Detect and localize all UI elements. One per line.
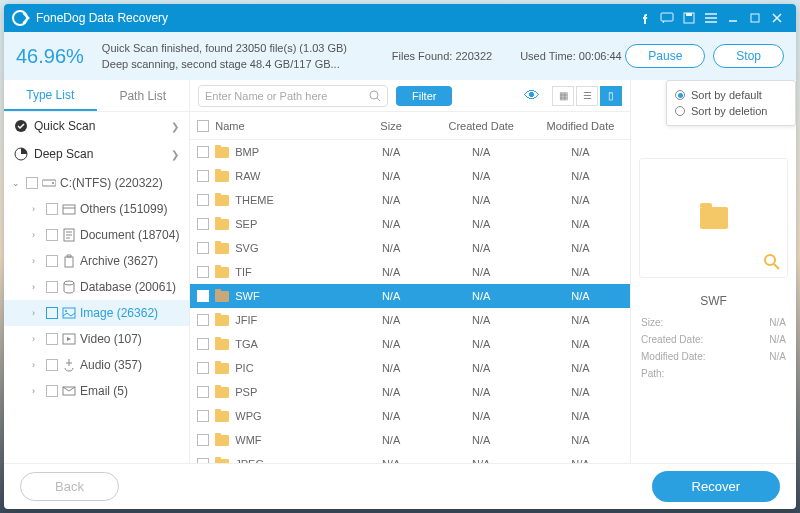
table-row[interactable]: WPG N/A N/A N/A — [190, 404, 630, 428]
checkbox[interactable] — [197, 218, 209, 230]
app-logo-icon — [12, 10, 28, 26]
checkbox-all[interactable] — [197, 120, 209, 132]
row-name: SWF — [235, 290, 259, 302]
checkbox[interactable] — [197, 314, 209, 326]
checkbox[interactable] — [197, 458, 209, 463]
tree-item[interactable]: › Email (5) — [4, 378, 189, 404]
tree-item[interactable]: › Archive (3627) — [4, 248, 189, 274]
view-list-icon[interactable]: ☰ — [576, 86, 598, 106]
checkbox[interactable] — [197, 386, 209, 398]
checkbox[interactable] — [197, 410, 209, 422]
checkbox[interactable] — [46, 255, 58, 267]
tree-item[interactable]: › Image (26362) — [4, 300, 189, 326]
table-row[interactable]: THEME N/A N/A N/A — [190, 188, 630, 212]
feedback-icon[interactable] — [656, 7, 678, 29]
table-row[interactable]: SVG N/A N/A N/A — [190, 236, 630, 260]
view-grid-icon[interactable]: ▦ — [552, 86, 574, 106]
search-input[interactable]: Enter Name or Path here — [198, 85, 388, 107]
sort-by-deletion[interactable]: Sort by deletion — [675, 103, 787, 119]
row-name: TIF — [235, 266, 252, 278]
tree-item[interactable]: › Video (107) — [4, 326, 189, 352]
tab-path-list[interactable]: Path List — [97, 80, 190, 111]
table-row[interactable]: PSP N/A N/A N/A — [190, 380, 630, 404]
tree-item-label: Document (18704) — [80, 228, 179, 242]
tree-item-label: Others (151099) — [80, 202, 167, 216]
recover-button[interactable]: Recover — [652, 471, 780, 502]
svg-point-7 — [52, 182, 54, 184]
table-row[interactable]: SEP N/A N/A N/A — [190, 212, 630, 236]
checkbox[interactable] — [46, 229, 58, 241]
checkbox[interactable] — [26, 177, 38, 189]
expand-icon[interactable]: › — [32, 204, 42, 214]
checkbox[interactable] — [197, 290, 209, 302]
filter-button[interactable]: Filter — [396, 86, 452, 106]
checkbox[interactable] — [197, 170, 209, 182]
folder-icon — [215, 459, 229, 464]
table-row[interactable]: TGA N/A N/A N/A — [190, 332, 630, 356]
table-row[interactable]: RAW N/A N/A N/A — [190, 164, 630, 188]
back-button[interactable]: Back — [20, 472, 119, 501]
checkbox[interactable] — [46, 385, 58, 397]
checkbox[interactable] — [46, 333, 58, 345]
checkbox[interactable] — [197, 338, 209, 350]
sort-popup: Sort by default Sort by deletion — [666, 80, 796, 126]
table-row[interactable]: BMP N/A N/A N/A — [190, 140, 630, 164]
close-icon[interactable] — [766, 7, 788, 29]
tree-item[interactable]: › Audio (357) — [4, 352, 189, 378]
row-name: TGA — [235, 338, 258, 350]
deep-scan-item[interactable]: Deep Scan ❯ — [4, 140, 189, 168]
tab-type-list[interactable]: Type List — [4, 80, 97, 111]
tree-drive[interactable]: ⌄ C:(NTFS) (220322) — [4, 170, 189, 196]
maximize-icon[interactable] — [744, 7, 766, 29]
col-name[interactable]: Name — [215, 120, 350, 132]
checkbox[interactable] — [46, 203, 58, 215]
table-row[interactable]: WMF N/A N/A N/A — [190, 428, 630, 452]
checkbox[interactable] — [197, 194, 209, 206]
table-row[interactable]: JPEG N/A N/A N/A — [190, 452, 630, 463]
magnify-icon[interactable] — [763, 253, 781, 271]
expand-icon[interactable]: › — [32, 334, 42, 344]
expand-icon[interactable]: › — [32, 360, 42, 370]
tree-item-label: Email (5) — [80, 384, 128, 398]
row-created: N/A — [432, 290, 531, 302]
checkbox[interactable] — [197, 362, 209, 374]
quick-scan-item[interactable]: Quick Scan ❯ — [4, 112, 189, 140]
checkbox[interactable] — [46, 359, 58, 371]
checkbox[interactable] — [197, 434, 209, 446]
expand-icon[interactable]: › — [32, 256, 42, 266]
col-size[interactable]: Size — [351, 120, 432, 132]
category-icon — [62, 385, 76, 397]
checkbox[interactable] — [46, 281, 58, 293]
menu-icon[interactable] — [700, 7, 722, 29]
table-row[interactable]: JFIF N/A N/A N/A — [190, 308, 630, 332]
table-row[interactable]: TIF N/A N/A N/A — [190, 260, 630, 284]
save-icon[interactable] — [678, 7, 700, 29]
eye-icon[interactable]: 👁 — [524, 87, 540, 105]
view-detail-icon[interactable]: ▯ — [600, 86, 622, 106]
expand-icon[interactable]: › — [32, 230, 42, 240]
col-created[interactable]: Created Date — [432, 120, 531, 132]
folder-icon — [215, 363, 229, 374]
table-row[interactable]: PIC N/A N/A N/A — [190, 356, 630, 380]
expand-icon[interactable]: › — [32, 308, 42, 318]
pause-button[interactable]: Pause — [625, 44, 705, 68]
row-modified: N/A — [531, 290, 630, 302]
table-row[interactable]: SWF N/A N/A N/A — [190, 284, 630, 308]
checkbox[interactable] — [197, 266, 209, 278]
checkbox[interactable] — [197, 242, 209, 254]
col-modified[interactable]: Modified Date — [531, 120, 630, 132]
stop-button[interactable]: Stop — [713, 44, 784, 68]
row-created: N/A — [432, 194, 531, 206]
tree-item[interactable]: › Document (18704) — [4, 222, 189, 248]
expand-icon[interactable]: › — [32, 386, 42, 396]
checkbox[interactable] — [197, 146, 209, 158]
sort-by-default[interactable]: Sort by default — [675, 87, 787, 103]
deep-scan-label: Deep Scan — [34, 147, 93, 161]
facebook-icon[interactable] — [634, 7, 656, 29]
checkbox[interactable] — [46, 307, 58, 319]
collapse-icon[interactable]: ⌄ — [12, 178, 22, 188]
minimize-icon[interactable] — [722, 7, 744, 29]
expand-icon[interactable]: › — [32, 282, 42, 292]
tree-item[interactable]: › Database (20061) — [4, 274, 189, 300]
tree-item[interactable]: › Others (151099) — [4, 196, 189, 222]
